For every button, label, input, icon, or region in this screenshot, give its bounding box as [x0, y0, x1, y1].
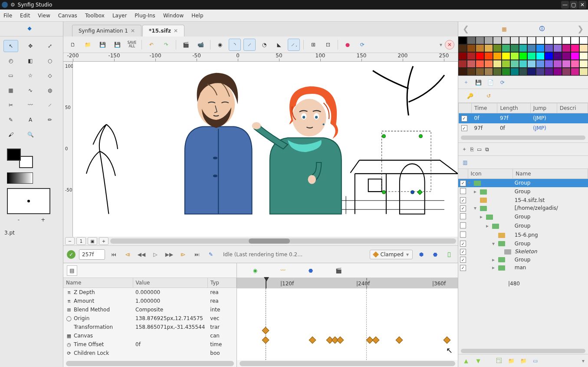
- palette-swatch[interactable]: [493, 36, 502, 44]
- zoom-out-button[interactable]: −: [65, 237, 75, 245]
- move-tool[interactable]: ✥: [23, 40, 38, 52]
- scale-tool[interactable]: ⤢: [43, 40, 57, 52]
- layers-col-name[interactable]: Name: [513, 169, 588, 179]
- palette-swatch[interactable]: [571, 68, 579, 76]
- timeline-tab1-icon[interactable]: ◉: [250, 265, 260, 276]
- palette-swatch[interactable]: [571, 36, 579, 44]
- palette-swatch[interactable]: [519, 36, 528, 44]
- palette-swatch[interactable]: [476, 68, 484, 76]
- cut-tool[interactable]: ✂: [3, 99, 18, 111]
- open-file-icon[interactable]: 📁: [82, 39, 94, 51]
- gradient-tool[interactable]: ▦: [3, 84, 18, 96]
- palette-swatch[interactable]: [476, 60, 484, 68]
- onion-icon[interactable]: ◉: [214, 39, 226, 51]
- layer-row[interactable]: ▸ Group: [458, 256, 588, 264]
- zoom-tool[interactable]: 🔍: [23, 129, 38, 141]
- layer-row[interactable]: ▸ Group: [458, 222, 588, 231]
- layer-row[interactable]: ▸ Group: [458, 212, 588, 222]
- palette-swatch[interactable]: [493, 60, 502, 68]
- palette-swatch[interactable]: [553, 52, 562, 60]
- palette-swatch[interactable]: [562, 36, 571, 44]
- zoom-fit-button[interactable]: ▣: [88, 237, 97, 245]
- layer-row[interactable]: ▸ Group: [458, 187, 588, 196]
- menu-view[interactable]: View: [38, 13, 50, 19]
- grid-icon[interactable]: ⊞: [307, 39, 319, 51]
- palette-swatch[interactable]: [553, 44, 562, 52]
- layer-row[interactable]: Skeleton: [458, 248, 588, 256]
- seek-prev-key-icon[interactable]: ⧏: [122, 249, 133, 260]
- keyframe-toggle-icon[interactable]: ⬢: [416, 249, 427, 260]
- zoom-100-button[interactable]: 1: [76, 237, 86, 245]
- params-col-name[interactable]: Name: [63, 278, 133, 288]
- kf-col-jump[interactable]: Jump: [530, 103, 557, 113]
- palette-swatch[interactable]: [458, 36, 467, 44]
- prev-panel-icon[interactable]: ❮: [463, 24, 469, 33]
- keyframe-row[interactable]: 0f97f(JMP): [459, 113, 588, 123]
- palette-swatch[interactable]: [545, 36, 553, 44]
- param-row[interactable]: ⊞Blend MethodCompositeinte: [63, 305, 237, 314]
- palette-swatch[interactable]: [510, 36, 519, 44]
- palette-swatch[interactable]: [579, 44, 588, 52]
- palette-swatch[interactable]: [476, 36, 484, 44]
- params-col-value[interactable]: Value: [133, 278, 207, 288]
- palette-swatch[interactable]: [553, 68, 562, 76]
- palette-swatch[interactable]: [579, 60, 588, 68]
- fill-tool[interactable]: ◍: [43, 84, 57, 96]
- palette-swatch[interactable]: [545, 60, 553, 68]
- save-icon[interactable]: 💾: [96, 39, 108, 51]
- layer-del-icon[interactable]: ▭: [531, 357, 540, 365]
- snap-width-icon[interactable]: ⟋: [243, 39, 256, 51]
- palette-swatch[interactable]: [467, 36, 476, 44]
- palette-swatch[interactable]: [510, 60, 519, 68]
- doc-tab[interactable]: *15.sifz✕: [142, 25, 184, 36]
- kf-dup-icon[interactable]: ⎘: [470, 146, 473, 152]
- palette-swatch[interactable]: [519, 60, 528, 68]
- palette-swatch[interactable]: [484, 44, 493, 52]
- text-tool[interactable]: A: [23, 114, 38, 126]
- menu-window[interactable]: Window: [163, 13, 184, 19]
- palette-swatch[interactable]: [484, 52, 493, 60]
- layer-visible-checkbox[interactable]: [460, 231, 466, 238]
- palette-swatch[interactable]: [571, 44, 579, 52]
- bg-color[interactable]: [19, 156, 33, 168]
- menu-help[interactable]: Help: [191, 13, 203, 19]
- color-swatches[interactable]: [7, 149, 33, 168]
- brush-icon[interactable]: ✎: [206, 249, 216, 260]
- layer-visible-checkbox[interactable]: [460, 265, 466, 271]
- kf-enable-checkbox[interactable]: [461, 116, 467, 122]
- layers-tab-icon[interactable]: ▥: [463, 159, 467, 165]
- palette-swatch[interactable]: [553, 36, 562, 44]
- param-row[interactable]: ◯Origin138.876925px,12.714575vec: [63, 314, 237, 323]
- palette-swatch[interactable]: [458, 52, 467, 60]
- param-row[interactable]: πAmount1.000000rea: [63, 297, 237, 305]
- palette-swatch[interactable]: [467, 44, 476, 52]
- palette-swatch[interactable]: [458, 68, 467, 76]
- palette-swatch[interactable]: [562, 68, 571, 76]
- palette-swatch[interactable]: [536, 68, 545, 76]
- palette-swatch[interactable]: [579, 52, 588, 60]
- palette-swatch[interactable]: [519, 52, 528, 60]
- palette-swatch[interactable]: [502, 36, 510, 44]
- save-as-icon[interactable]: 💾: [111, 39, 123, 51]
- playhead-marker[interactable]: [264, 277, 269, 281]
- keyframes-tab-icon[interactable]: 🔑: [467, 93, 473, 99]
- fg-color[interactable]: [7, 149, 21, 161]
- timeline-ruler[interactable]: |120f|240f|360f|480: [237, 278, 458, 288]
- undo-icon[interactable]: ↶: [145, 39, 158, 51]
- palette-refresh-icon[interactable]: ⟳: [498, 78, 507, 87]
- save-all-icon[interactable]: SAVEALL: [126, 39, 138, 51]
- palette-swatch[interactable]: [467, 52, 476, 60]
- canvas-viewport[interactable]: [73, 62, 458, 237]
- palette-swatch[interactable]: [536, 36, 545, 44]
- snap-tangent-icon[interactable]: ◝: [229, 39, 241, 51]
- palette-swatch[interactable]: [536, 52, 545, 60]
- refresh-icon[interactable]: ⟳: [356, 39, 368, 51]
- palette-swatch[interactable]: [467, 68, 476, 76]
- param-row[interactable]: ⟳Children Lockboo: [63, 349, 237, 357]
- redo-icon[interactable]: ↷: [160, 39, 172, 51]
- palette-swatch[interactable]: [562, 44, 571, 52]
- next-panel-icon[interactable]: ❯: [577, 24, 584, 33]
- chevron-down-icon[interactable]: ▾: [440, 42, 442, 48]
- menu-canvas[interactable]: Canvas: [58, 13, 77, 19]
- snap-grid-icon[interactable]: ⊡: [322, 39, 334, 51]
